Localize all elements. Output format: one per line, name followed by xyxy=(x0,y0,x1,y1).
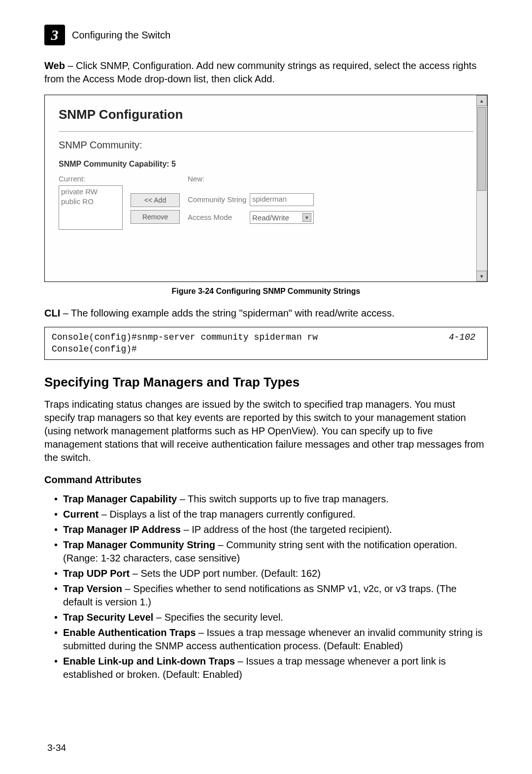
attr-desc: – Specifies whether to send notification… xyxy=(63,583,457,607)
attr-name: Trap Manager Community String xyxy=(63,539,215,550)
list-item: Trap Manager IP Address – IP address of … xyxy=(54,523,488,536)
page-number: 3-34 xyxy=(47,742,66,753)
snmp-panel: Current: New: private RW public RO << Ad… xyxy=(59,175,473,244)
cli-label: CLI xyxy=(44,308,60,318)
code-line: Console(config)# xyxy=(52,343,480,355)
current-listbox[interactable]: private RW public RO xyxy=(59,185,123,230)
chapter-title: Configuring the Switch xyxy=(72,30,170,41)
attr-name: Trap Manager IP Address xyxy=(63,524,181,535)
attr-desc: – IP address of the host (the targeted r… xyxy=(181,524,392,535)
chapter-number: 3 xyxy=(51,27,59,43)
cli-text: – The following example adds the string … xyxy=(60,308,395,318)
command-attributes-list: Trap Manager Capability – This switch su… xyxy=(44,493,488,681)
attr-desc: – Sets the UDP port number. (Default: 16… xyxy=(130,568,321,579)
command-attributes-heading: Command Attributes xyxy=(44,474,488,486)
attr-name: Current xyxy=(63,509,99,520)
community-string-label: Community String xyxy=(188,195,246,204)
list-item: Trap Version – Specifies whether to send… xyxy=(54,582,488,609)
cli-intro-paragraph: CLI – The following example adds the str… xyxy=(44,307,488,320)
chevron-down-icon[interactable]: ▼ xyxy=(302,213,311,222)
attr-desc: – This switch supports up to five trap m… xyxy=(177,493,389,504)
access-mode-value: Read/Write xyxy=(252,213,289,222)
community-string-input[interactable]: spiderman xyxy=(250,193,314,206)
add-button[interactable]: << Add xyxy=(131,193,180,207)
scroll-down-button[interactable]: ▾ xyxy=(476,271,487,281)
page-header: 3 Configuring the Switch xyxy=(44,25,488,45)
web-intro-paragraph: Web – Click SNMP, Configuration. Add new… xyxy=(44,59,488,86)
attr-name: Enable Link-up and Link-down Traps xyxy=(63,656,235,667)
attr-name: Trap Security Level xyxy=(63,612,153,623)
list-item: Trap UDP Port – Sets the UDP port number… xyxy=(54,567,488,580)
scroll-thumb[interactable] xyxy=(477,107,486,191)
remove-button[interactable]: Remove xyxy=(131,210,180,224)
chapter-number-box: 3 xyxy=(44,25,65,45)
attr-name: Trap UDP Port xyxy=(63,568,130,579)
snmp-community-label: SNMP Community: xyxy=(45,132,487,151)
list-item: Trap Manager Capability – This switch su… xyxy=(54,493,488,506)
section-paragraph: Traps indicating status changes are issu… xyxy=(44,398,488,464)
attr-name: Trap Version xyxy=(63,583,122,594)
new-label: New: xyxy=(188,175,204,183)
attr-desc: – Specifies the security level. xyxy=(153,612,283,623)
access-mode-select[interactable]: Read/Write ▼ xyxy=(250,211,314,224)
web-text: – Click SNMP, Configuration. Add new com… xyxy=(44,60,476,84)
attr-name: Enable Authentication Traps xyxy=(63,627,196,638)
scroll-up-button[interactable]: ▴ xyxy=(476,95,487,106)
current-label: Current: xyxy=(59,175,85,183)
code-line: Console(config)#snmp-server community sp… xyxy=(52,331,480,343)
snmp-capability-label: SNMP Community Capability: 5 xyxy=(45,151,487,169)
list-item: Trap Manager Community String – Communit… xyxy=(54,538,488,565)
section-heading: Specifying Trap Managers and Trap Types xyxy=(44,375,488,390)
web-label: Web xyxy=(44,60,65,71)
access-mode-label: Access Mode xyxy=(188,213,232,221)
list-item: Current – Displays a list of the trap ma… xyxy=(54,508,488,521)
list-item: Enable Link-up and Link-down Traps – Iss… xyxy=(54,655,488,681)
code-page-ref: 4-102 xyxy=(449,331,475,343)
figure-caption: Figure 3-24 Configuring SNMP Community S… xyxy=(44,287,488,296)
list-item[interactable]: private RW xyxy=(61,187,120,197)
attr-desc: – Displays a list of the trap managers c… xyxy=(99,509,355,520)
list-item: Trap Security Level – Specifies the secu… xyxy=(54,611,488,624)
snmp-config-title: SNMP Configuration xyxy=(45,95,487,122)
list-item: Enable Authentication Traps – Issues a t… xyxy=(54,626,488,653)
attr-name: Trap Manager Capability xyxy=(63,493,177,504)
scrollbar-track[interactable]: ▴ ▾ xyxy=(476,95,487,281)
list-item[interactable]: public RO xyxy=(61,197,120,207)
snmp-config-screenshot: ▴ ▾ SNMP Configuration SNMP Community: S… xyxy=(44,95,488,282)
cli-code-box: Console(config)#snmp-server community sp… xyxy=(44,327,488,360)
